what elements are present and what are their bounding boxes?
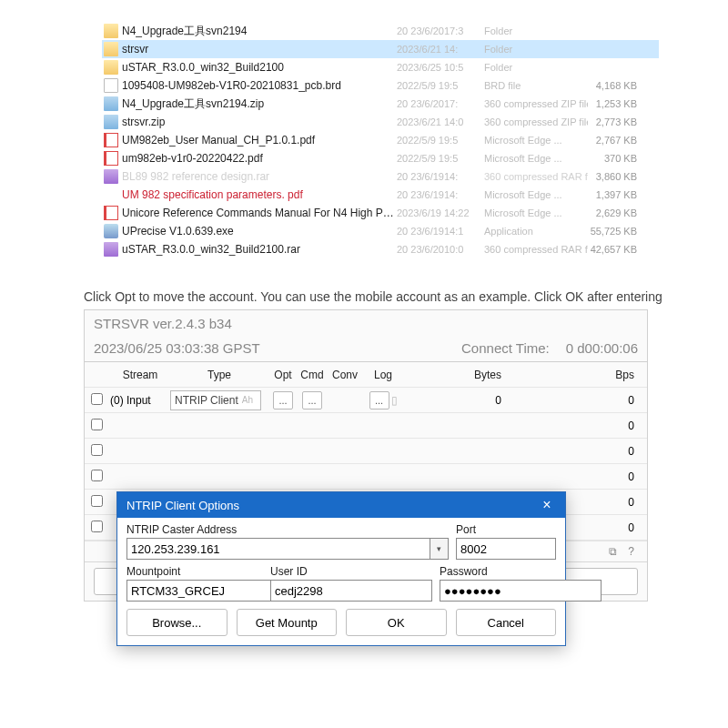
file-date: 2023/6/25 10:5 [397, 62, 484, 73]
col-log: Log [363, 369, 403, 381]
cmd-button[interactable]: ... [302, 391, 322, 410]
row-checkbox[interactable] [91, 495, 103, 507]
file-name: UPrecise V1.0.639.exe [122, 225, 397, 238]
file-row[interactable]: N4_Upgrade工具svn2194.zip20 23/6/2017:360 … [102, 95, 659, 113]
file-row[interactable]: Unicore Reference Commands Manual For N4… [102, 204, 659, 222]
file-name: BL89 982 reference design.rar [122, 170, 397, 183]
col-bytes: Bytes [403, 369, 511, 381]
get-mountpoint-button[interactable]: Get Mountp [237, 609, 338, 636]
chevron-down-icon[interactable]: ▾ [430, 538, 449, 560]
file-name: strsvr [122, 43, 397, 56]
row-checkbox[interactable] [91, 419, 103, 430]
file-row[interactable]: uSTAR_R3.0.0_win32_Build2100.rar20 23/6/… [102, 240, 659, 258]
folder-icon [104, 24, 118, 38]
port-label: Port [456, 523, 556, 536]
address-label: NTRIP Caster Address [126, 523, 449, 536]
type-value: NTRIP Client [175, 394, 238, 407]
opt-button[interactable]: ... [273, 391, 293, 410]
file-type: BRD file [484, 80, 588, 91]
connect-time-value: 0 d00:00:06 [566, 340, 638, 356]
help-icon[interactable]: ? [628, 545, 634, 558]
file-date: 2023/6/21 14: [397, 44, 484, 55]
file-size: 1,397 KB [588, 189, 637, 200]
file-row[interactable]: strsvr.zip2023/6/21 14:0360 compressed Z… [102, 113, 659, 131]
file-date: 2022/5/9 19:5 [397, 135, 484, 146]
file-size: 3,860 KB [588, 171, 637, 182]
file-name: 1095408-UM982eb-V1R0-20210831_pcb.brd [122, 79, 397, 92]
port-input[interactable] [456, 538, 556, 560]
table-row: 0 [85, 439, 647, 464]
file-type: 360 compressed RAR file [484, 244, 588, 255]
rar-icon [104, 169, 118, 184]
close-icon[interactable]: × [529, 492, 565, 518]
row-checkbox[interactable] [91, 470, 103, 481]
file-type: Microsoft Edge ... [484, 153, 588, 164]
stream-label: (0) Input [108, 394, 170, 407]
bps-value: 0 [511, 394, 647, 407]
userid-label: User ID [270, 565, 432, 578]
file-date: 20 23/6/2010:0 [397, 244, 484, 255]
pdf-icon [104, 133, 118, 147]
file-size: 42,657 KB [588, 244, 637, 255]
address-input[interactable] [126, 538, 430, 560]
password-input[interactable] [440, 580, 602, 602]
connect-time-label: Connect Time: [461, 340, 550, 356]
file-type: Folder [484, 62, 588, 73]
row-checkbox[interactable] [91, 444, 103, 456]
file-date: 20 23/6/1914:1 [397, 226, 484, 237]
mountpoint-label: Mountpoint [126, 565, 263, 578]
file-name: uSTAR_R3.0.0_win32_Build2100.rar [122, 243, 397, 256]
window-icon[interactable]: ⧉ [609, 545, 617, 558]
file-row[interactable]: UM982eb_User Manual_CH_P1.0.1.pdf2022/5/… [102, 131, 659, 149]
file-type: Application [484, 226, 588, 237]
pdf-icon [104, 151, 118, 166]
file-name: um982eb-v1r0-20220422.pdf [122, 152, 397, 165]
zip-icon [104, 115, 118, 129]
file-size: 1,253 KB [588, 98, 637, 109]
table-row: (0) Input NTRIP Client Ah ... ... ...▯ 0… [85, 388, 647, 413]
browse-button[interactable]: Browse... [126, 609, 228, 636]
file-size: 2,773 KB [588, 116, 637, 127]
dialog-titlebar: NTRIP Client Options × [117, 492, 565, 518]
file-row[interactable]: UM 982 specification parameters. pdf20 2… [102, 186, 659, 204]
cancel-button[interactable]: Cancel [456, 609, 557, 636]
file-row[interactable]: strsvr2023/6/21 14:Folder [102, 40, 659, 58]
userid-input[interactable] [270, 580, 432, 602]
pdf-icon [104, 206, 118, 220]
file-name: UM982eb_User Manual_CH_P1.0.1.pdf [122, 134, 397, 147]
ok-button[interactable]: OK [346, 609, 447, 636]
bps-value: 0 [511, 470, 647, 483]
file-row[interactable]: uSTAR_R3.0.0_win32_Build21002023/6/25 10… [102, 58, 659, 76]
file-date: 20 23/6/2017:3 [397, 25, 484, 36]
col-stream: Stream [108, 369, 170, 381]
col-conv: Conv [327, 369, 363, 381]
col-type: Type [170, 369, 268, 381]
file-icon [104, 78, 118, 93]
col-bps: Bps [511, 369, 647, 381]
log-button[interactable]: ... [369, 391, 389, 410]
file-type: 360 compressed ZIP file [484, 98, 588, 109]
bytes-value: 0 [403, 394, 511, 407]
rar-icon [104, 242, 118, 257]
table-row: 0 [85, 413, 647, 439]
file-date: 2022/5/9 19:5 [397, 80, 484, 91]
password-label: Password [440, 565, 602, 578]
row-checkbox[interactable] [91, 521, 103, 532]
type-hint: Ah [242, 395, 253, 405]
mountpoint-input[interactable] [126, 580, 288, 602]
file-row[interactable]: N4_Upgrade工具svn219420 23/6/2017:3Folder [102, 22, 659, 40]
file-type: Folder [484, 44, 588, 55]
file-row[interactable]: 1095408-UM982eb-V1R0-20210831_pcb.brd202… [102, 76, 659, 95]
type-dropdown[interactable]: NTRIP Client Ah [170, 390, 261, 410]
file-date: 20 23/6/2017: [397, 98, 484, 109]
file-row[interactable]: UPrecise V1.0.639.exe20 23/6/1914:1Appli… [102, 222, 659, 240]
file-size: 2,767 KB [588, 135, 637, 146]
file-row[interactable]: um982eb-v1r0-20220422.pdf2022/5/9 19:5Mi… [102, 149, 659, 167]
file-name: uSTAR_R3.0.0_win32_Build2100 [122, 61, 397, 74]
file-row[interactable]: BL89 982 reference design.rar20 23/6/191… [102, 167, 659, 186]
file-size: 55,725 KB [588, 226, 637, 237]
file-name: N4_Upgrade工具svn2194 [122, 24, 397, 39]
file-name: Unicore Reference Commands Manual For N4… [122, 207, 397, 219]
file-name: strsvr.zip [122, 116, 397, 128]
row-checkbox[interactable] [91, 393, 103, 405]
